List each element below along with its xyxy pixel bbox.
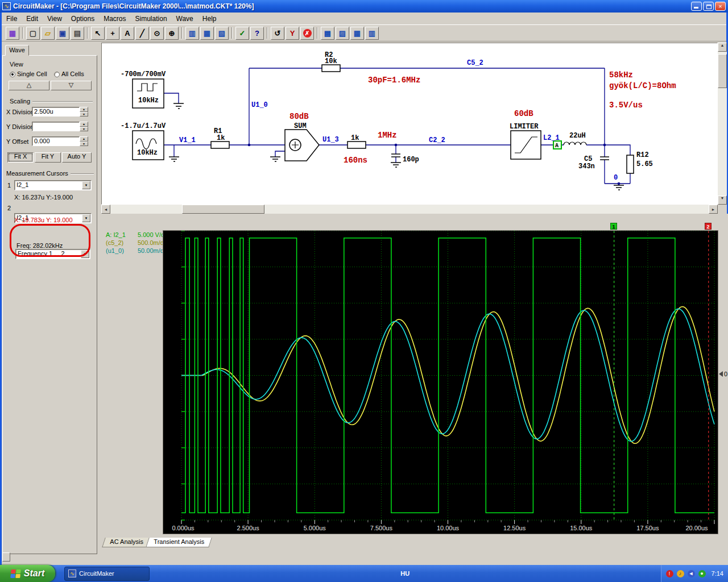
hscroll-track[interactable] xyxy=(110,205,709,214)
hscroll-thumb[interactable] xyxy=(182,205,264,214)
sum-label: SUM xyxy=(294,122,307,130)
minimize-icon xyxy=(694,7,698,9)
tray-network-icon[interactable]: ● xyxy=(698,570,706,577)
chevron-down-icon[interactable]: ▼ xyxy=(81,250,89,258)
vscroll-thumb[interactable] xyxy=(718,54,727,88)
scroll-down-icon[interactable]: ▼ xyxy=(718,196,727,205)
radio-single-cell[interactable]: Single Cell xyxy=(10,70,47,77)
menu-macros[interactable]: Macros xyxy=(99,14,130,24)
chevron-down-icon[interactable]: ▼ xyxy=(82,214,90,222)
digital-panel-button[interactable]: ▦ xyxy=(200,27,214,40)
tab-wave[interactable]: Wave xyxy=(5,45,29,56)
spin-down-icon[interactable]: ▼ xyxy=(80,127,88,132)
vscroll-track[interactable] xyxy=(718,52,727,196)
zero-level-marker[interactable]: 0 xyxy=(719,371,727,377)
net-label-u1-0: U1_0 xyxy=(251,101,268,109)
y-offset-spinner[interactable]: ▲▼ xyxy=(80,136,88,146)
legend-entry: (c5_2)500.0m/div xyxy=(106,239,169,247)
arrow-tool-button[interactable]: ↖ xyxy=(91,27,105,40)
language-indicator[interactable]: HU xyxy=(395,570,415,577)
wire-tool-button[interactable]: + xyxy=(106,27,119,40)
radio-all-cells[interactable]: All Cells xyxy=(54,70,84,77)
close-button[interactable]: × xyxy=(715,2,726,11)
help-button[interactable]: ? xyxy=(250,27,264,40)
spin-up-icon[interactable]: ▲ xyxy=(80,107,88,112)
tab-ac-analysis[interactable]: AC Analysis xyxy=(102,538,151,547)
y-offset-field[interactable]: 0.000 xyxy=(32,136,80,146)
analyses-check-button[interactable]: ✓ xyxy=(235,27,249,40)
auto-y-button[interactable]: Auto Y xyxy=(62,152,92,163)
x-division-field[interactable]: 2.500u xyxy=(32,107,80,117)
zoom-wave-button[interactable]: ⊙ xyxy=(150,27,164,40)
tray-volume-icon[interactable]: ◄ xyxy=(688,570,695,577)
sum-gain-annotation: 80dB xyxy=(289,112,309,121)
fit-y-button[interactable]: Fit Y xyxy=(35,152,61,163)
scope-window-button[interactable]: ▧ xyxy=(215,27,229,40)
r12-value: 5.65 xyxy=(636,160,653,168)
cursor1-readout: X: 16.237u Y:-19.000 xyxy=(14,194,73,201)
menu-help[interactable]: Help xyxy=(198,14,221,24)
edit-tool-button[interactable]: ╱ xyxy=(135,27,149,40)
menu-file[interactable]: File xyxy=(2,14,22,24)
next-cell-button[interactable]: ▽ xyxy=(51,81,92,90)
parts-browser-button[interactable]: ▦ xyxy=(6,27,19,40)
open-button[interactable]: ▱ xyxy=(41,27,55,40)
net-label-0: 0 xyxy=(614,174,618,182)
digital-inst-3-button[interactable]: ▦ xyxy=(350,27,364,40)
waveform-window-button[interactable]: ▥ xyxy=(185,27,199,40)
limiter-label: LIMITER xyxy=(510,123,539,131)
schematic-canvas[interactable]: -700m/700mV 10kHz -1.7u/1.7uV 10kHz V1_1… xyxy=(101,43,718,205)
chevron-down-icon[interactable]: ▼ xyxy=(82,181,90,189)
spin-up-icon[interactable]: ▲ xyxy=(80,122,88,127)
legend-entry: (u1_0)50.00m/div xyxy=(106,247,169,255)
left-triangle-icon xyxy=(719,371,723,377)
fit-x-button[interactable]: Fit X xyxy=(7,152,34,163)
scroll-left-icon[interactable]: ◄ xyxy=(101,205,110,214)
menu-wave[interactable]: Wave xyxy=(172,14,198,24)
cursor2-marker[interactable]: 2 xyxy=(705,223,712,230)
plot-area[interactable]: 0.000us2.500us5.000us7.500us10.00us12.50… xyxy=(163,230,718,534)
scroll-right-icon[interactable]: ► xyxy=(709,205,718,214)
maximize-button[interactable] xyxy=(703,2,714,11)
digital-inst-2-button[interactable]: ▨ xyxy=(336,27,349,40)
tray-alert-icon[interactable]: ♪ xyxy=(677,570,684,577)
spin-up-icon[interactable]: ▲ xyxy=(80,136,88,142)
x-division-spinner[interactable]: ▲▼ xyxy=(80,107,88,117)
menu-edit[interactable]: Edit xyxy=(22,14,43,24)
y-division-spinner[interactable]: ▲▼ xyxy=(80,122,88,131)
toolbar-separator xyxy=(22,27,23,39)
spin-down-icon[interactable]: ▼ xyxy=(80,112,88,117)
scroll-up-icon[interactable]: ▲ xyxy=(718,43,727,52)
y-division-field[interactable] xyxy=(32,122,80,131)
save-button[interactable]: ▣ xyxy=(56,27,69,40)
schematic-hscrollbar[interactable]: ◄ ► xyxy=(101,205,718,214)
sine-source-value: -1.7u/1.7uV xyxy=(121,122,166,130)
resistor-symbol xyxy=(348,142,366,148)
tray-security-icon[interactable]: ! xyxy=(666,570,673,577)
measurement-cursors-caption: Measurement Cursors xyxy=(6,170,94,177)
new-button[interactable]: ▢ xyxy=(26,27,40,40)
prev-cell-button[interactable]: △ xyxy=(9,81,49,90)
minimize-button[interactable] xyxy=(691,2,702,11)
menu-view[interactable]: View xyxy=(43,14,67,24)
square-source-value: -700m/700mV xyxy=(121,70,166,78)
schematic-vscrollbar[interactable]: ▲ ▼ xyxy=(718,43,727,205)
stop-button[interactable]: ✗ xyxy=(300,27,314,40)
digital-inst-4-button[interactable]: ▥ xyxy=(365,27,379,40)
print-button[interactable]: ▤ xyxy=(71,27,84,40)
taskbar-task-circuitmaker[interactable]: ∿ CircuitMaker xyxy=(64,567,150,581)
tab-transient-analysis[interactable]: Transient Analysis xyxy=(146,538,212,547)
cursor1-marker[interactable]: 1 xyxy=(610,223,617,230)
menu-simulation[interactable]: Simulation xyxy=(131,14,172,24)
reset-button[interactable]: ↺ xyxy=(271,27,284,40)
start-button[interactable]: Start xyxy=(0,565,55,582)
probe-button[interactable]: Y xyxy=(286,27,299,40)
zoom-button[interactable]: ⊕ xyxy=(165,27,179,40)
text-tool-button[interactable]: A xyxy=(121,27,134,40)
digital-inst-1-button[interactable]: ▩ xyxy=(321,27,334,40)
measurement-mode-combo[interactable]: Frequency 1 . . 2 ▼ xyxy=(15,249,90,259)
spin-down-icon[interactable]: ▼ xyxy=(80,142,88,147)
menu-options[interactable]: Options xyxy=(67,14,99,24)
cursor1-signal-combo[interactable]: I2_1 ▼ xyxy=(14,180,92,190)
application-window: ∿ CircuitMaker - [C:\Program Files\Circu… xyxy=(0,0,728,582)
